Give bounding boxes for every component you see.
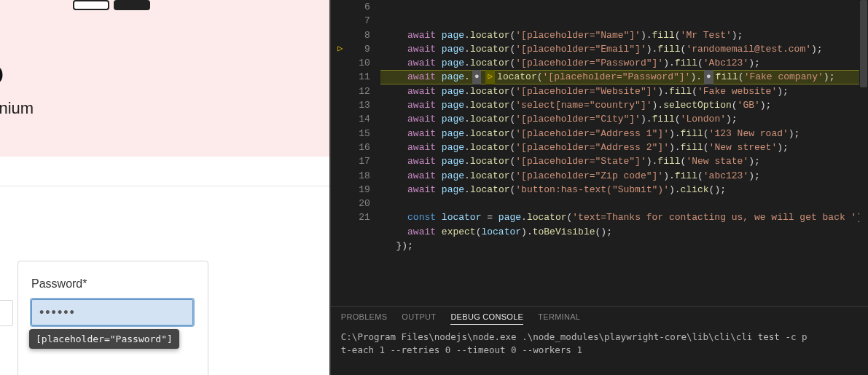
hero-band: o th Selenium: [0, 0, 329, 157]
code-line[interactable]: await page.locator('[placeholder="Zip co…: [380, 169, 868, 183]
code-line[interactable]: await page.●▷locator('[placeholder="Pass…: [380, 70, 868, 84]
code-line[interactable]: });: [380, 239, 868, 253]
divider: [0, 186, 329, 186]
breakpoint-glyph-margin[interactable]: ▷: [331, 0, 350, 306]
hero-button-outline[interactable]: [73, 0, 109, 10]
code-area[interactable]: await page.locator('[placeholder="Name"]…: [380, 0, 868, 306]
code-line[interactable]: await page.locator('[placeholder="Websit…: [380, 84, 868, 98]
code-line[interactable]: await page.locator('[placeholder="Addres…: [380, 141, 868, 154]
subtitle-fragment: th Selenium: [0, 99, 34, 118]
inspector-selector-tooltip: [placeholder="Password"]: [29, 329, 179, 349]
scrollbar-thumb[interactable]: [860, 0, 867, 87]
code-editor[interactable]: ▷ 6789101112131415161718192021 await pag…: [331, 0, 868, 306]
code-line[interactable]: await page.locator('[placeholder="City"]…: [380, 112, 868, 126]
tab-problems[interactable]: PROBLEMS: [341, 312, 388, 325]
hero-button-filled[interactable]: [114, 0, 150, 10]
password-input[interactable]: [31, 299, 193, 325]
code-line[interactable]: const locator = page.locator('text=Thank…: [380, 210, 868, 224]
line-number-gutter: 6789101112131415161718192021: [350, 0, 380, 306]
adjacent-input-edge[interactable]: [0, 300, 13, 326]
tab-terminal[interactable]: TERMINAL: [538, 312, 580, 325]
code-line[interactable]: await page.locator('[placeholder="Passwo…: [380, 56, 868, 70]
code-line[interactable]: await page.locator('[placeholder="Addres…: [380, 127, 868, 141]
panel-tabs: PROBLEMS OUTPUT DEBUG CONSOLE TERMINAL: [331, 307, 868, 329]
code-line[interactable]: await page.locator('select[name="country…: [380, 98, 868, 112]
code-line[interactable]: await page.locator('[placeholder="Name"]…: [380, 28, 868, 42]
debug-step-next-icon: ●: [704, 70, 713, 84]
password-label: Password*: [31, 277, 195, 291]
bottom-panel: PROBLEMS OUTPUT DEBUG CONSOLE TERMINAL C…: [331, 306, 868, 375]
code-line[interactable]: await expect(locator).toBeVisible();: [380, 225, 868, 239]
tab-debug-console[interactable]: DEBUG CONSOLE: [450, 312, 523, 325]
code-line[interactable]: [380, 197, 868, 210]
tab-output[interactable]: OUTPUT: [402, 312, 436, 325]
logo-fragment: o: [0, 52, 3, 92]
debug-console-output[interactable]: C:\Program Files\nodejs\node.exe .\node_…: [331, 329, 868, 358]
debug-step-play-icon: ▷: [485, 70, 495, 84]
form-card: Password*: [17, 261, 208, 375]
browser-preview-pane: o th Selenium Password* [placeholder="Pa…: [0, 0, 329, 375]
hero-top-buttons: [73, 0, 150, 10]
editor-pane: ▷ 6789101112131415161718192021 await pag…: [329, 0, 868, 375]
code-line[interactable]: await page.locator('button:has-text("Sub…: [380, 183, 868, 197]
code-line[interactable]: await page.locator('[placeholder="Email"…: [380, 42, 868, 56]
code-line[interactable]: await page.locator('[placeholder="State"…: [380, 154, 868, 168]
vertical-scrollbar[interactable]: [859, 0, 868, 306]
debug-step-current-icon: ●: [472, 70, 482, 84]
